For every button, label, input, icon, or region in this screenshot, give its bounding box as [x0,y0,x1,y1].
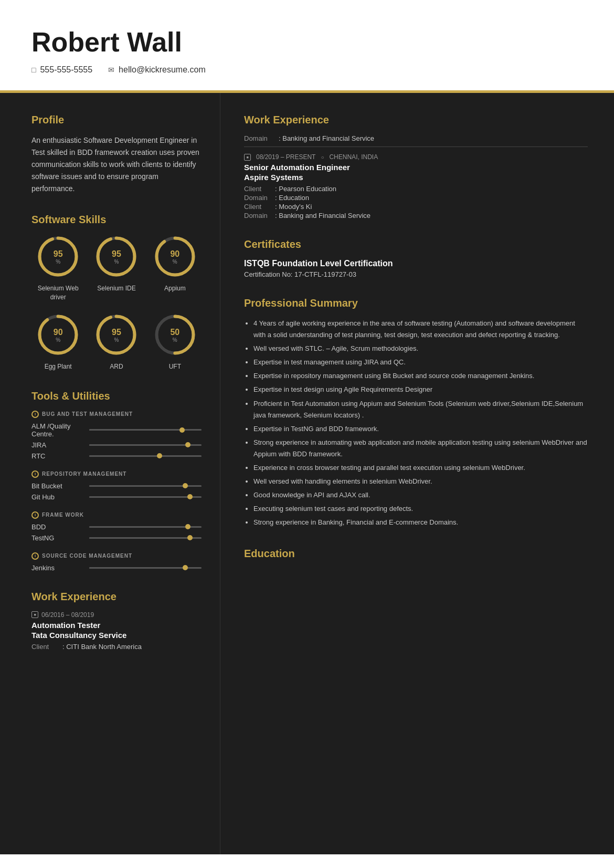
main-layout: Profile An enthusiastic Software Develop… [0,93,614,854]
tool-bar-dot [183,483,188,488]
summary-item: Expertise in test management using JIRA … [253,357,588,368]
tool-group-label: SOURCE CODE MANAGEMENT [42,553,132,559]
calendar-icon: ■ [31,611,38,618]
label-domain2: Domain [244,212,273,219]
value-domain2: : Banking and Financial Service [275,212,370,219]
skill-item: 95% ARD [90,312,143,371]
top-domain-label: Domain [244,134,276,142]
summary-item: Expertise in TestNG and BDD framework. [253,423,588,435]
tool-group: i REPOSITORY MANAGEMENT Bit Bucket Git H… [31,470,202,501]
skill-percent: 90% [54,327,63,342]
right-column: Work Experience Domain : Banking and Fin… [220,93,614,854]
tool-group: i BUG AND TEST MANAGEMENT ALM /Quality C… [31,411,202,460]
phone-item: □ 555-555-5555 [31,65,92,75]
profile-text: An enthusiastic Software Development Eng… [31,134,202,195]
tool-bar-track [89,429,202,431]
tool-name: Jenkins [31,564,84,572]
summary-item: Experience in cross browser testing and … [253,462,588,474]
tool-bar-dot [183,565,188,570]
work-meta-row: ■ 08/2019 – PRESENT ○ CHENNAI, INDIA [244,153,588,161]
tool-bar-row: TestNG [31,534,202,542]
tool-bar-dot [185,524,190,529]
tool-bar-row: Jenkins [31,564,202,572]
label-domain1: Domain [244,194,273,202]
tool-name: RTC [31,452,84,460]
tool-bar-fill [89,444,190,446]
tool-bar-dot [187,535,193,540]
tool-bar-dot [157,453,162,458]
detail-domain2: Domain : Banking and Financial Service [244,212,588,219]
email-icon: ✉ [108,66,114,74]
skill-item: 95% Selenium IDE [90,234,143,302]
label-client1: Client [244,185,273,193]
work-title-left: Automation Tester [31,621,202,630]
tool-bar-track [89,444,202,446]
summary-item: Well versed with handling elements in se… [253,476,588,487]
skill-circle: 90% [36,312,80,357]
value-client1: : Pearson Education [275,185,336,193]
tool-bar-dot [187,494,193,499]
section-divider [244,147,588,147]
work-right-title: Work Experience [244,114,588,126]
tool-group-label: FRAME WORK [42,512,84,518]
work-section-right: Work Experience Domain : Banking and Fin… [244,114,588,219]
tool-bar-fill [89,429,185,431]
work-entry-left: ■ 06/2016 – 08/2019 Automation Tester Ta… [31,611,202,651]
summary-title: Professional Summary [244,297,588,309]
work-section-left: Work Experience ■ 06/2016 – 08/2019 Auto… [31,591,202,651]
tool-bar-fill [89,537,193,539]
summary-item: 4 Years of agile working experience in t… [253,318,588,341]
skill-circle: 95% [36,234,80,279]
tool-bar-fill [89,526,190,528]
top-domain-row: Domain : Banking and Financial Service [244,134,588,142]
skill-percent: 95% [112,327,121,342]
education-section: Education [244,548,588,560]
tool-bar-row: Bit Bucket [31,482,202,490]
profile-section: Profile An enthusiastic Software Develop… [31,114,202,195]
tool-bar-track [89,485,202,487]
contact-row: □ 555-555-5555 ✉ hello@kickresume.com [31,65,583,75]
tool-bar-fill [89,485,188,487]
tool-name: Bit Bucket [31,482,84,490]
detail-value: : CITI Bank North America [62,643,142,651]
tool-bar-row: JIRA [31,441,202,449]
email-address: hello@kickresume.com [119,65,206,75]
work-left-title: Work Experience [31,591,202,603]
summary-section: Professional Summary 4 Years of agile wo… [244,297,588,529]
tool-bar-row: BDD [31,523,202,531]
skill-percent: 95% [54,249,63,264]
tool-name: TestNG [31,534,84,542]
summary-item: Strong experience in automating web appl… [253,437,588,460]
summary-item: Strong experience in Banking, Financial … [253,517,588,528]
cert-detail: Certification No: 17-CTFL-119727-03 [244,270,588,278]
work-date-left: ■ 06/2016 – 08/2019 [31,611,202,619]
email-item: ✉ hello@kickresume.com [108,65,206,75]
tool-name: BDD [31,523,84,531]
skills-grid: 95% Selenium Web driver 95% Selenium IDE [31,234,202,371]
skill-name: Egg Plant [45,362,72,371]
header: Robert Wall □ 555-555-5555 ✉ hello@kickr… [0,0,614,93]
work-company-right: Aspire Systems [244,173,588,182]
skill-circle: 90% [153,234,197,279]
left-column: Profile An enthusiastic Software Develop… [0,93,220,854]
value-client2: : Moody's Ki [275,203,312,211]
skill-percent: 90% [170,249,179,264]
tool-name: Git Hub [31,493,84,501]
top-domain-pair: Domain : Banking and Financial Service [244,134,588,142]
detail-domain1: Domain : Education [244,194,588,202]
summary-item: Good knowledge in API and AJAX call. [253,489,588,501]
work-date-text: 06/2016 – 08/2019 [41,611,94,619]
info-icon: i [31,470,39,478]
skill-item: 90% Egg Plant [31,312,84,371]
tool-group-header: i REPOSITORY MANAGEMENT [31,470,202,478]
skill-item: 90% Appium [149,234,202,302]
skill-circle: 95% [94,234,139,279]
tool-bar-dot [179,427,185,433]
tool-group-label: BUG AND TEST MANAGEMENT [42,411,133,417]
skill-name: UFT [169,362,181,371]
tool-name: JIRA [31,441,84,449]
skill-name: Appium [164,284,186,293]
education-title: Education [244,548,588,560]
work-title-right: Senior Automation Engineer [244,163,588,172]
skill-name: ARD [110,362,123,371]
